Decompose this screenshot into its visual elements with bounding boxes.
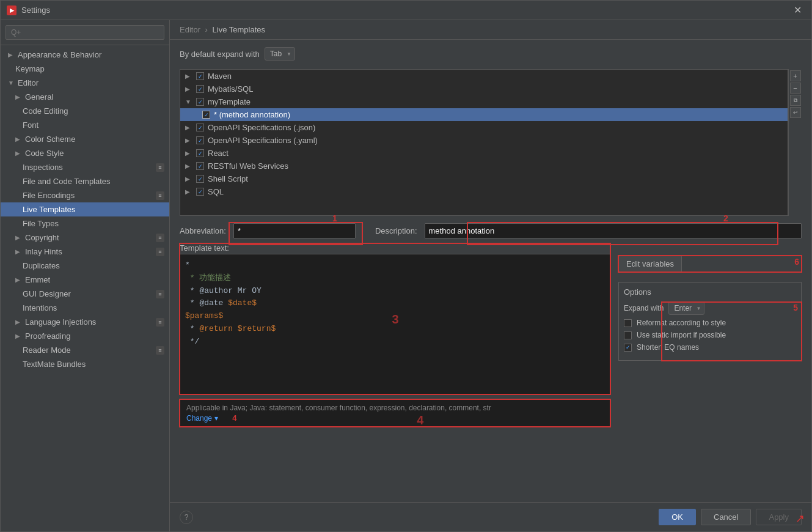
breadcrumb-separator: ›	[205, 25, 208, 34]
sidebar-item-textmate-bundles[interactable]: TextMate Bundles	[1, 357, 169, 371]
badge-icon: ≡	[156, 346, 164, 355]
checkbox-maven[interactable]	[196, 72, 204, 80]
template-row-mytemplate[interactable]: ▼ myTemplate	[180, 95, 788, 108]
help-button[interactable]: ?	[180, 511, 193, 524]
template-label: React	[208, 149, 229, 158]
code-line-2: * 功能描述	[185, 272, 605, 285]
template-row-sql[interactable]: ▶ SQL	[180, 185, 788, 198]
chevron-icon: ▶	[185, 188, 192, 195]
sidebar-item-language-injections[interactable]: ▶ Language Injections ≡	[1, 315, 169, 329]
chevron-icon: ▼	[8, 79, 15, 86]
sidebar-item-general[interactable]: ▶ General	[1, 90, 169, 104]
static-import-row: Use static import if possible	[624, 331, 796, 339]
sidebar-item-inlay-hints[interactable]: ▶ Inlay Hints ≡	[1, 245, 169, 259]
template-label: SQL	[208, 187, 224, 196]
sidebar-item-file-code-templates[interactable]: File and Code Templates	[1, 174, 169, 188]
template-label: OpenAPI Specifications (.yaml)	[208, 136, 318, 145]
bottom-bar: ? OK Cancel Apply ↙	[170, 502, 811, 531]
chevron-icon: ▶	[185, 175, 192, 182]
expand-with-dropdown[interactable]: Enter	[668, 301, 704, 315]
template-list-wrap: ▶ Maven ▶ Mybatis/SQL	[180, 69, 802, 216]
sidebar-item-label: Emmet	[25, 275, 50, 284]
sidebar-item-label: General	[25, 92, 53, 102]
template-row-shell[interactable]: ▶ Shell Script	[180, 172, 788, 185]
template-label: Maven	[208, 72, 232, 81]
badge-icon: ≡	[156, 163, 164, 172]
template-row-openapi-json[interactable]: ▶ OpenAPI Specifications (.json)	[180, 121, 788, 134]
remove-template-button[interactable]: −	[790, 83, 801, 94]
description-input[interactable]	[425, 223, 802, 238]
shorten-eq-checkbox[interactable]	[624, 344, 632, 352]
reset-template-button[interactable]: ↩	[790, 107, 801, 118]
checkbox-react[interactable]	[196, 149, 204, 157]
template-row-method-annotation[interactable]: * (method annotation)	[180, 108, 788, 121]
change-applicable-button[interactable]: Change	[186, 414, 212, 423]
sidebar-item-label: File Types	[23, 219, 59, 228]
add-template-button[interactable]: +	[790, 70, 801, 81]
static-import-label: Use static import if possible	[637, 331, 726, 339]
sidebar-item-file-encodings[interactable]: File Encodings ≡	[1, 188, 169, 202]
apply-button[interactable]: Apply	[756, 509, 802, 525]
checkbox-sql[interactable]	[196, 188, 204, 196]
checkbox-mytemplate[interactable]	[196, 98, 204, 106]
template-row-mybatis[interactable]: ▶ Mybatis/SQL	[180, 83, 788, 95]
sidebar-item-code-editing[interactable]: Code Editing	[1, 104, 169, 118]
checkbox-mybatis[interactable]	[196, 85, 204, 93]
sidebar-item-color-scheme[interactable]: ▶ Color Scheme	[1, 132, 169, 146]
sidebar-item-copyright[interactable]: ▶ Copyright ≡	[1, 231, 169, 245]
template-label: Shell Script	[208, 174, 248, 183]
template-row-openapi-yaml[interactable]: ▶ OpenAPI Specifications (.yaml)	[180, 134, 788, 147]
sidebar-item-intentions[interactable]: Intentions	[1, 301, 169, 315]
expand-dropdown-wrap: Tab	[265, 47, 295, 61]
sidebar-item-appearance[interactable]: ▶ Appearance & Behavior	[1, 48, 169, 62]
change-chevron: ▾	[214, 414, 218, 423]
breadcrumb-parent: Editor	[180, 25, 200, 34]
sidebar-item-label: File Encodings	[23, 191, 75, 200]
search-box	[1, 20, 169, 45]
checkbox-method-annotation[interactable]	[202, 111, 210, 119]
copy-template-button[interactable]: ⧉	[790, 95, 801, 106]
template-row-maven[interactable]: ▶ Maven	[180, 70, 788, 83]
checkbox-restful[interactable]	[196, 162, 204, 170]
checkbox-openapi-json[interactable]	[196, 124, 204, 131]
search-input[interactable]	[5, 25, 164, 40]
edit-variables-button[interactable]: Edit variables	[618, 256, 682, 272]
template-row-react[interactable]: ▶ React	[180, 147, 788, 160]
static-import-checkbox[interactable]	[624, 331, 632, 339]
sidebar-item-gui-designer[interactable]: GUI Designer ≡	[1, 287, 169, 301]
sidebar-item-live-templates[interactable]: Live Templates	[1, 202, 169, 216]
cancel-button[interactable]: Cancel	[701, 509, 751, 525]
close-button[interactable]: ✕	[790, 3, 805, 17]
abbreviation-input[interactable]	[233, 223, 356, 238]
template-text-editor[interactable]: * * 功能描述 * @author Mr OY * @date $date$ …	[180, 254, 611, 394]
sidebar-item-reader-mode[interactable]: Reader Mode ≡	[1, 343, 169, 357]
ok-button[interactable]: OK	[659, 509, 696, 525]
expand-with-dropdown-wrap: Enter	[668, 301, 704, 315]
sidebar-item-label: Appearance & Behavior	[18, 50, 101, 59]
sidebar-item-keymap[interactable]: Keymap	[1, 62, 169, 76]
panel-body: By default expand with Tab	[170, 40, 811, 502]
sidebar-item-code-style[interactable]: ▶ Code Style	[1, 146, 169, 160]
code-line-7: */	[185, 336, 605, 349]
sidebar-item-file-types[interactable]: File Types	[1, 216, 169, 231]
checkbox-openapi-yaml[interactable]	[196, 136, 204, 144]
template-row-restful[interactable]: ▶ RESTful Web Services	[180, 160, 788, 172]
chevron-icon: ▶	[15, 248, 23, 255]
chevron-icon: ▶	[15, 333, 23, 339]
sidebar-item-font[interactable]: Font	[1, 118, 169, 132]
checkbox-shell[interactable]	[196, 175, 204, 183]
sidebar-item-inspections[interactable]: Inspections ≡	[1, 160, 169, 174]
sidebar-item-editor[interactable]: ▼ Editor	[1, 76, 169, 90]
expand-dropdown[interactable]: Tab	[265, 47, 295, 61]
template-left: 3 Template text: * * 功能描述 * @author Mr O…	[180, 243, 611, 495]
sidebar-item-label: Proofreading	[25, 331, 70, 341]
sidebar-item-label: Intentions	[23, 303, 57, 312]
sidebar-item-emmet[interactable]: ▶ Emmet	[1, 273, 169, 287]
sidebar-item-label: Code Editing	[23, 106, 68, 116]
sidebar-item-duplicates[interactable]: Duplicates	[1, 259, 169, 273]
list-actions: + − ⧉ ↩	[788, 69, 802, 216]
badge-icon: ≡	[156, 234, 164, 242]
sidebar-item-proofreading[interactable]: ▶ Proofreading	[1, 329, 169, 343]
reformat-checkbox[interactable]	[624, 319, 632, 327]
chevron-icon: ▶	[8, 51, 15, 58]
